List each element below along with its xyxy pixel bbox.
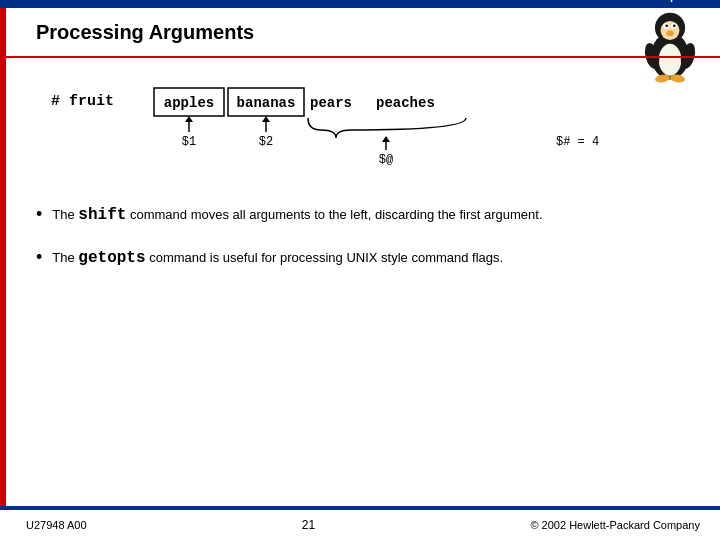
bullet-text-getopts: The getopts command is useful for proces… [52, 246, 503, 270]
footer: U27948 A00 21 © 2002 Hewlett-Packard Com… [6, 510, 720, 540]
svg-text:pears: pears [310, 95, 352, 111]
svg-text:# fruit: # fruit [51, 93, 114, 110]
bullet-1-suffix: command moves all arguments to the left,… [126, 207, 542, 222]
left-accent [0, 8, 6, 510]
bullet-2-prefix: The [52, 250, 78, 265]
hp-text: hp [663, 0, 676, 2]
bullet-item-shift: • The shift command moves all arguments … [36, 203, 710, 228]
bullet-item-getopts: • The getopts command is useful for proc… [36, 246, 710, 271]
svg-marker-27 [382, 136, 390, 142]
svg-marker-24 [262, 116, 270, 122]
bullet-dot-2: • [36, 244, 42, 271]
footer-center-page: 21 [302, 518, 315, 532]
svg-text:apples: apples [164, 95, 214, 111]
top-bar [0, 0, 720, 8]
svg-text:$1: $1 [182, 135, 196, 149]
bullet-dot-1: • [36, 201, 42, 228]
svg-text:bananas: bananas [237, 95, 296, 111]
svg-marker-21 [185, 116, 193, 122]
footer-right: © 2002 Hewlett-Packard Company [530, 519, 700, 531]
header: Processing Arguments [6, 8, 720, 58]
argument-diagram: # fruit apples bananas pears peaches $1 … [46, 70, 666, 190]
svg-text:$# = 4: $# = 4 [556, 135, 599, 149]
svg-text:$@: $@ [379, 153, 393, 167]
bullet-1-prefix: The [52, 207, 78, 222]
hp-badge: hp [654, 0, 686, 7]
svg-text:peaches: peaches [376, 95, 435, 111]
main-content: # fruit apples bananas pears peaches $1 … [36, 60, 710, 480]
svg-text:$2: $2 [259, 135, 273, 149]
bullet-text-shift: The shift command moves all arguments to… [52, 203, 542, 227]
bullets-section: • The shift command moves all arguments … [36, 203, 710, 271]
footer-left: U27948 A00 [26, 519, 87, 531]
page-title: Processing Arguments [36, 21, 254, 44]
bullet-2-suffix: command is useful for processing UNIX st… [146, 250, 504, 265]
shift-command: shift [78, 206, 126, 224]
getopts-command: getopts [78, 249, 145, 267]
